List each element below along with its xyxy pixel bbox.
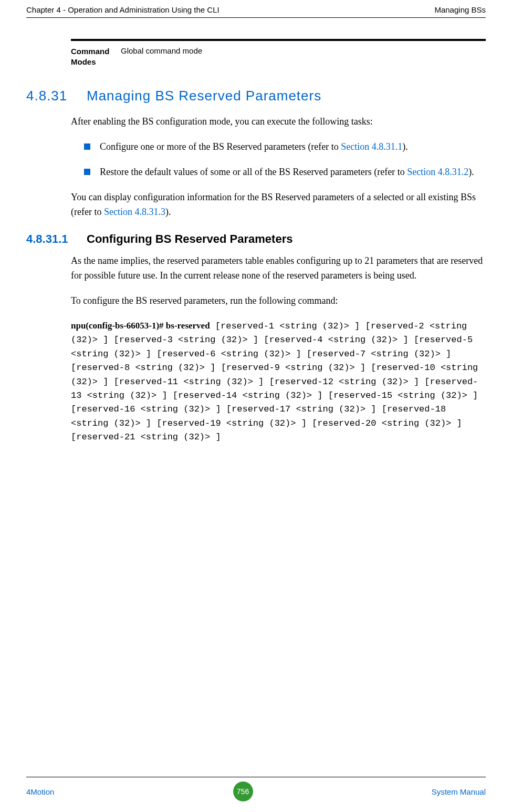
command-bold: npu(config-bs-66053-1)# bs-reserved — [71, 321, 210, 331]
para-post: ). — [165, 207, 171, 217]
header-right: Managing BSs — [434, 5, 486, 14]
subsection-paragraph: To configure the BS reserved parameters,… — [71, 294, 486, 309]
command-modes-label: Command Modes — [71, 41, 121, 67]
command-block: npu(config-bs-66053-1)# bs-reserved [res… — [71, 319, 486, 444]
command-modes-value: Global command mode — [121, 41, 202, 55]
bullet-text: Restore the default values of some or al… — [100, 165, 474, 180]
footer-right: System Manual — [432, 787, 486, 796]
bullet-pre: Restore the default values of some or al… — [100, 167, 407, 177]
subsection-number: 4.8.31.1 — [26, 232, 87, 246]
header-left: Chapter 4 - Operation and Administration… — [26, 5, 220, 14]
page-content: Command Modes Global command mode 4.8.31… — [26, 39, 486, 777]
display-paragraph: You can display configuration informatio… — [71, 190, 486, 220]
bullet-post: ). — [468, 167, 474, 177]
subsection-heading: 4.8.31.1 Configuring BS Reserved Paramet… — [26, 232, 486, 246]
page-number-badge: 756 — [233, 782, 253, 801]
section-number: 4.8.31 — [26, 88, 87, 104]
section-link[interactable]: Section 4.8.31.1 — [341, 141, 402, 152]
footer-left: 4Motion — [26, 787, 54, 796]
section-link[interactable]: Section 4.8.31.3 — [104, 207, 165, 217]
command-modes-row: Command Modes Global command mode — [71, 39, 486, 67]
bullet-pre: Configure one or more of the BS Reserved… — [100, 141, 341, 152]
bullet-post: ). — [402, 141, 408, 152]
square-bullet-icon — [84, 143, 90, 150]
bullet-item: Restore the default values of some or al… — [71, 165, 486, 180]
square-bullet-icon — [84, 169, 90, 175]
page-header: Chapter 4 - Operation and Administration… — [26, 5, 486, 18]
bullet-item: Configure one or more of the BS Reserved… — [71, 140, 486, 155]
section-title: Managing BS Reserved Parameters — [87, 88, 321, 104]
bullet-text: Configure one or more of the BS Reserved… — [100, 140, 408, 155]
intro-paragraph: After enabling the BS configuration mode… — [71, 115, 486, 129]
section-heading: 4.8.31 Managing BS Reserved Parameters — [26, 88, 486, 104]
page-footer: 4Motion 756 System Manual — [26, 777, 486, 812]
command-args: [reserved-1 <string (32)> ] [reserved-2 … — [71, 321, 484, 442]
section-link[interactable]: Section 4.8.31.2 — [407, 167, 468, 177]
subsection-title: Configuring BS Reserved Parameters — [87, 232, 292, 246]
subsection-paragraph: As the name implies, the reserved parame… — [71, 254, 486, 283]
